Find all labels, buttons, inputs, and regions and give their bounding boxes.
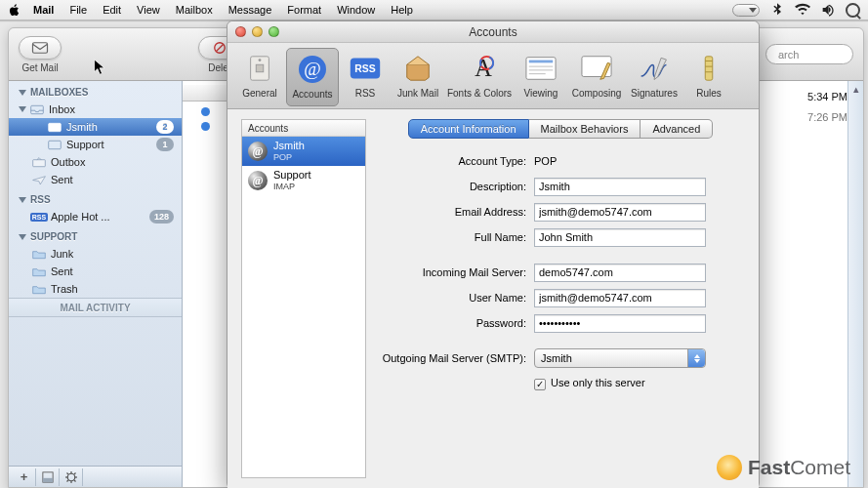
section-mailboxes[interactable]: MAILBOXES xyxy=(9,81,182,101)
spotlight-pill-icon[interactable] xyxy=(732,4,760,17)
password-input[interactable] xyxy=(534,314,706,333)
account-item-jsmith[interactable]: @ JsmithPOP xyxy=(242,137,365,166)
account-form: Account Information Mailbox Behaviors Ad… xyxy=(366,109,759,488)
window-title: Accounts xyxy=(469,25,517,39)
tab-fonts[interactable]: AFonts & Colors xyxy=(444,48,515,106)
search-input[interactable]: arch xyxy=(765,44,853,64)
search-label: arch xyxy=(778,49,799,61)
menu-app[interactable]: Mail xyxy=(33,4,54,16)
sent-icon xyxy=(32,174,46,185)
menu-edit[interactable]: Edit xyxy=(103,4,121,16)
action-button[interactable] xyxy=(60,468,83,486)
use-only-server-label: Use only this server xyxy=(551,377,645,388)
label-email: Email Address: xyxy=(378,206,534,218)
volume-icon[interactable] xyxy=(820,2,836,18)
tab-general[interactable]: General xyxy=(233,48,286,106)
watermark: FastComet xyxy=(717,455,850,480)
sidebar-footer: + xyxy=(9,466,182,487)
menu-mailbox[interactable]: Mailbox xyxy=(176,4,213,16)
svg-point-20 xyxy=(259,59,262,61)
wifi-icon[interactable] xyxy=(795,2,810,18)
svg-line-17 xyxy=(66,480,68,482)
sidebar-item-jsmith[interactable]: Jsmith 2 xyxy=(9,118,182,136)
disclosure-icon xyxy=(19,234,26,240)
incoming-server-input[interactable] xyxy=(534,264,706,282)
sidebar-item-sent[interactable]: Sent xyxy=(9,171,182,188)
section-rss[interactable]: RSS xyxy=(9,188,182,208)
tab-composing[interactable]: Composing xyxy=(567,48,626,106)
sidebar-item-inbox[interactable]: Inbox xyxy=(9,101,182,118)
svg-point-9 xyxy=(67,473,75,481)
menu-format[interactable]: Format xyxy=(287,4,321,16)
menu-window[interactable]: Window xyxy=(337,4,375,16)
svg-line-16 xyxy=(74,472,76,474)
cursor-icon xyxy=(93,58,110,75)
window-titlebar[interactable]: Accounts xyxy=(227,21,759,43)
inbox-icon xyxy=(48,121,62,133)
rss-icon: RSS xyxy=(32,211,46,223)
menu-file[interactable]: File xyxy=(69,4,87,16)
label-incoming: Incoming Mail Server: xyxy=(378,266,534,278)
section-support[interactable]: SUPPORT xyxy=(9,225,182,245)
menu-message[interactable]: Message xyxy=(228,4,272,16)
tab-accounts[interactable]: @Accounts xyxy=(286,48,339,106)
bluetooth-icon[interactable] xyxy=(769,2,785,18)
svg-text:RSS: RSS xyxy=(354,63,375,74)
svg-line-15 xyxy=(74,480,76,482)
tab-mailbox-behaviors[interactable]: Mailbox Behaviors xyxy=(529,119,641,139)
menu-help[interactable]: Help xyxy=(391,4,413,16)
username-input[interactable] xyxy=(534,289,706,307)
tab-rss[interactable]: RSSRSS xyxy=(339,48,392,106)
sidebar-item-support[interactable]: Support 1 xyxy=(9,136,182,153)
svg-text:@: @ xyxy=(304,59,321,79)
menu-view[interactable]: View xyxy=(137,4,160,16)
sidebar-item-junk[interactable]: Junk xyxy=(9,245,182,263)
folder-icon xyxy=(32,265,46,277)
form-tabs: Account Information Mailbox Behaviors Ad… xyxy=(378,119,743,139)
badge: 2 xyxy=(156,120,174,134)
tab-junk[interactable]: Junk Mail xyxy=(392,48,444,106)
get-mail-button[interactable]: Get Mail xyxy=(19,36,62,73)
menu-bar[interactable]: Mail File Edit View Mailbox Message Form… xyxy=(0,0,868,20)
svg-rect-6 xyxy=(33,159,46,166)
svg-line-14 xyxy=(66,472,68,474)
sidebar-item-sent2[interactable]: Sent xyxy=(9,263,182,280)
email-input[interactable] xyxy=(534,203,706,222)
spotlight-icon[interactable] xyxy=(846,3,860,18)
list-header[interactable] xyxy=(183,85,230,102)
account-item-support[interactable]: @ SupportIMAP xyxy=(242,166,365,195)
sidebar-item-applehot[interactable]: RSS Apple Hot ... 128 xyxy=(9,208,182,225)
fastcomet-logo-icon xyxy=(717,455,742,480)
smtp-select[interactable]: Jsmith xyxy=(534,348,706,368)
inbox-icon xyxy=(30,103,44,115)
scrollbar[interactable]: ▴ xyxy=(847,81,863,487)
tab-signatures[interactable]: Signatures xyxy=(626,48,682,106)
tab-rules[interactable]: Rules xyxy=(682,48,735,106)
label-username: User Name: xyxy=(378,292,534,304)
use-only-server-checkbox[interactable] xyxy=(534,379,546,390)
sidebar-item-trash[interactable]: Trash xyxy=(9,280,182,298)
message-list[interactable] xyxy=(183,81,231,487)
show-button[interactable] xyxy=(36,468,60,486)
minimize-icon[interactable] xyxy=(252,26,263,37)
inbox-icon xyxy=(48,139,62,150)
description-input[interactable] xyxy=(534,178,706,196)
fullname-input[interactable] xyxy=(534,228,706,247)
badge: 128 xyxy=(149,210,174,224)
scroll-up-icon[interactable]: ▴ xyxy=(848,81,863,97)
tab-viewing[interactable]: Viewing xyxy=(515,48,567,106)
tab-account-info[interactable]: Account Information xyxy=(408,119,529,139)
badge: 1 xyxy=(156,138,174,151)
mail-activity-header[interactable]: MAIL ACTIVITY xyxy=(9,298,182,317)
close-icon[interactable] xyxy=(235,26,246,37)
svg-rect-3 xyxy=(31,105,44,113)
tab-advanced[interactable]: Advanced xyxy=(641,119,713,139)
apple-icon[interactable] xyxy=(8,3,21,17)
disclosure-icon xyxy=(19,197,26,203)
account-icon: @ xyxy=(248,171,268,190)
accounts-prefs-window: Accounts General @Accounts RSSRSS Junk M… xyxy=(227,20,760,488)
add-button[interactable]: + xyxy=(13,468,36,486)
svg-rect-5 xyxy=(49,141,62,148)
zoom-icon[interactable] xyxy=(269,26,279,37)
sidebar-item-outbox[interactable]: Outbox xyxy=(9,153,182,171)
